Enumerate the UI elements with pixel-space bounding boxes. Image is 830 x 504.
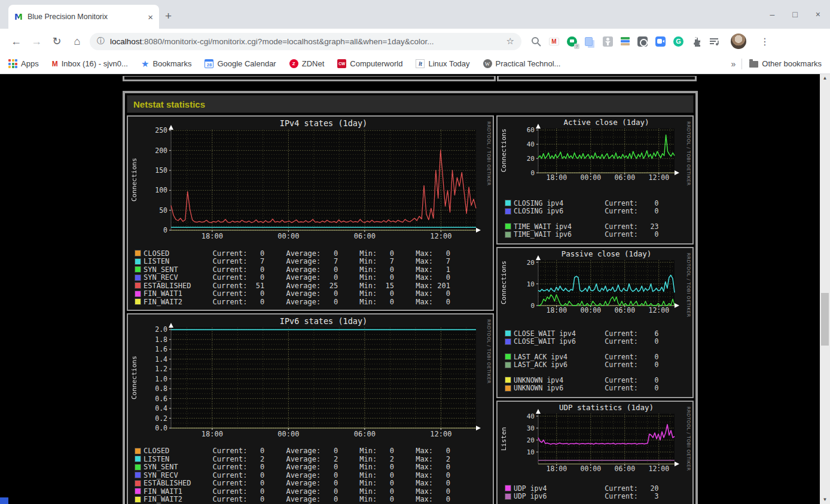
chart-title: IPv6 states (1day) (280, 316, 367, 326)
svg-text:06:00: 06:00 (614, 173, 635, 182)
monitorix-content: Netstat statistics 05010015020025018:000… (123, 76, 698, 504)
previous-section-bottom (123, 76, 698, 81)
legend-swatch (135, 456, 141, 462)
bookmark-practical-technology[interactable]: W Practical Technol... (483, 59, 561, 68)
profile-avatar[interactable] (731, 33, 746, 49)
window-close-button[interactable]: × (816, 10, 820, 19)
accessibility-extension-icon[interactable] (603, 36, 613, 47)
copy-docs-extension-icon[interactable] (585, 37, 593, 46)
linux-today-icon: lt (416, 59, 425, 68)
pocket-extension-icon[interactable] (637, 36, 648, 47)
chart-panel-udp-statistics: 1020304018:0000:0006:0012:00UDP statisti… (496, 401, 694, 504)
forward-icon[interactable]: → (26, 35, 47, 48)
legend-swatch (135, 291, 141, 297)
scrollbar-down-icon[interactable]: ▼ (820, 496, 830, 504)
legend-row: LAST_ACK ipv4 Current: 0 (505, 353, 692, 361)
zoom-extension-icon[interactable] (655, 36, 666, 47)
rrdtool-watermark: RRDTOOL / TOBI OETIKER (686, 407, 691, 471)
svg-text:12:00: 12:00 (430, 232, 451, 240)
book-stack-extension-icon[interactable] (621, 37, 630, 45)
svg-text:0: 0 (530, 169, 535, 177)
chart-legend: CLOSING ipv4 Current: 0CLOSING ipv6 Curr… (505, 199, 692, 239)
svg-text:0: 0 (163, 226, 167, 234)
home-icon[interactable]: ⌂ (67, 35, 87, 48)
svg-text:18:00: 18:00 (546, 306, 567, 314)
chart-active-close: 020406018:0000:0006:0012:00Active close … (505, 118, 686, 190)
svg-text:06:00: 06:00 (614, 306, 635, 314)
other-bookmarks[interactable]: Other bookmarks (749, 59, 822, 68)
bookmark-zdnet[interactable]: Z ZDNet (289, 59, 325, 68)
scrollbar-thumb[interactable] (821, 293, 829, 346)
search-extension-icon[interactable] (531, 36, 541, 47)
svg-text:50: 50 (159, 206, 167, 215)
page-scrollbar[interactable]: ▲ ▼ (820, 74, 830, 504)
bookmark-star-icon[interactable]: ☆ (506, 36, 514, 47)
monitorix-favicon-icon: M (14, 12, 23, 22)
back-icon[interactable]: ← (6, 35, 26, 48)
legend-row: CLOSED Current: 0 Average: 0 Min: 0 Max:… (135, 447, 493, 456)
svg-text:18:00: 18:00 (546, 465, 567, 473)
bookmark-inbox[interactable]: M Inbox (16) - sjvn0... (52, 59, 128, 68)
page-info-icon[interactable]: ⓘ (97, 36, 105, 47)
svg-text:06:00: 06:00 (354, 430, 376, 438)
playlist-extension-icon[interactable] (709, 37, 719, 46)
url-bar[interactable]: ⓘ localhost:8080/monitorix-cgi/monitorix… (90, 33, 521, 50)
svg-text:06:00: 06:00 (614, 465, 635, 473)
chart-panel-passive-close: 0102018:0000:0006:0012:00Passive close (… (496, 247, 694, 398)
chart-panel-active-close: 020406018:0000:0006:0012:00Active close … (496, 115, 694, 245)
bookmark-bookmarks[interactable]: ★ Bookmarks (141, 59, 191, 69)
svg-text:1.6: 1.6 (155, 345, 167, 353)
maximize-button[interactable]: □ (792, 10, 797, 19)
browser-menu-icon[interactable]: ⋮ (760, 36, 770, 47)
puzzle-extensions-icon[interactable] (691, 36, 701, 47)
svg-text:18:00: 18:00 (546, 173, 567, 182)
bookmarks-overflow-icon[interactable]: » (731, 59, 736, 69)
meet-chat-badge: ? (574, 44, 579, 49)
scrollbar-up-icon[interactable]: ▲ (820, 74, 830, 83)
netstat-section: Netstat statistics 05010015020025018:000… (123, 91, 698, 504)
tab-close-icon[interactable]: × (148, 12, 153, 22)
section-titlebar: Netstat statistics (127, 95, 694, 113)
bookmark-label: ZDNet (302, 59, 325, 68)
legend-swatch (135, 465, 141, 470)
svg-text:0.4: 0.4 (155, 404, 167, 413)
rrdtool-watermark: RRDTOOL / TOBI OETIKER (486, 121, 492, 186)
svg-text:0.2: 0.2 (155, 414, 167, 422)
url-text[interactable]: localhost:8080/monitorix-cgi/monitorix.c… (110, 37, 501, 46)
bookmark-label: Inbox (16) - sjvn0... (62, 59, 128, 68)
grammarly-extension-icon[interactable]: G (673, 36, 683, 47)
previous-panel-left (123, 76, 496, 81)
browser-tab[interactable]: M Blue Precision Monitorix × (8, 5, 159, 29)
svg-text:1.0: 1.0 (155, 374, 167, 383)
legend-swatch (505, 200, 511, 206)
reload-icon[interactable]: ↻ (47, 35, 67, 48)
bookmark-computerworld[interactable]: CW Computerworld (337, 59, 402, 68)
legend-swatch (505, 485, 511, 491)
gmail-extension-icon[interactable]: M (549, 38, 559, 45)
new-tab-button[interactable]: + (165, 10, 172, 23)
section-title: Netstat statistics (133, 99, 205, 109)
legend-row: CLOSE_WAIT ipv6 Current: 0 (505, 338, 692, 346)
bookmark-apps[interactable]: Apps (8, 59, 39, 68)
meet-chat-extension-icon[interactable]: ? (567, 36, 577, 47)
chart-panel-ipv6-states: 0.00.20.40.60.81.01.21.41.61.82.018:0000… (127, 313, 494, 504)
svg-text:06:00: 06:00 (354, 232, 376, 240)
svg-text:10: 10 (527, 448, 535, 456)
svg-text:0.0: 0.0 (155, 424, 167, 432)
bookmark-google-calendar[interactable]: 28 Google Calendar (205, 59, 276, 68)
svg-text:12:00: 12:00 (648, 173, 669, 182)
legend-row: SYN_SENT Current: 0 Average: 0 Min: 0 Ma… (135, 265, 493, 274)
zdnet-icon: Z (289, 59, 298, 68)
chart-ipv4-states: 05010015020025018:0000:0006:0012:00IPv4 … (132, 118, 489, 243)
legend-swatch (505, 362, 511, 368)
bookmark-label: Google Calendar (217, 59, 276, 68)
svg-text:60: 60 (527, 126, 535, 134)
svg-text:100: 100 (155, 186, 167, 194)
svg-text:1.8: 1.8 (155, 335, 167, 343)
gmail-icon: M (52, 60, 58, 68)
bookmark-linux-today[interactable]: lt Linux Today (416, 59, 469, 68)
charts-column-left: 05010015020025018:0000:0006:0012:00IPv4 … (127, 115, 494, 504)
minimize-button[interactable]: – (770, 10, 775, 19)
browser-window: M Blue Precision Monitorix × + – □ × ← →… (0, 0, 830, 504)
url-path: :8080/monitorix-cgi/monitorix.cgi?mode=l… (142, 37, 434, 46)
